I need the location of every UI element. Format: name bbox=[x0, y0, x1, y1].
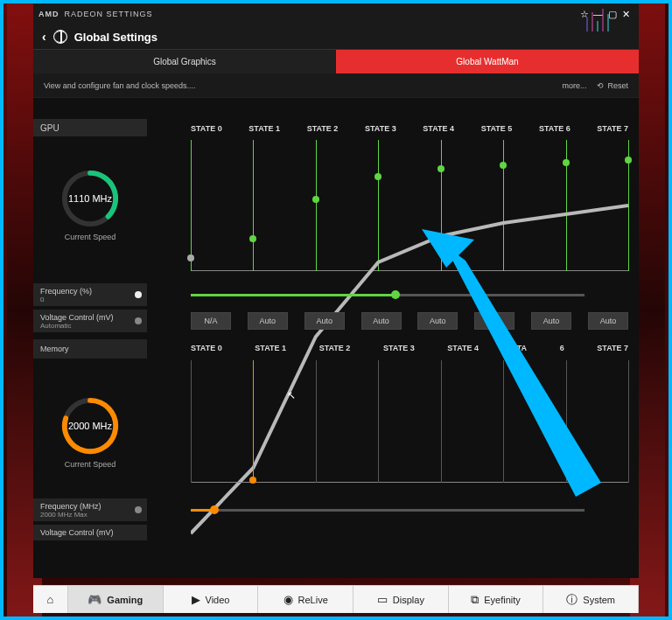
voltage-state-5[interactable] bbox=[474, 312, 514, 330]
tab-global-graphics[interactable]: Global Graphics bbox=[33, 49, 336, 73]
voltage-state-1[interactable]: Auto bbox=[248, 312, 288, 330]
nav-system[interactable]: ⓘ System bbox=[543, 586, 639, 613]
home-icon: ⌂ bbox=[47, 593, 54, 606]
reset-label: Reset bbox=[607, 81, 628, 90]
nav-home[interactable]: ⌂ bbox=[33, 586, 68, 613]
record-icon: ◉ bbox=[284, 593, 293, 606]
close-button[interactable]: ✕ bbox=[620, 9, 634, 20]
toggle-dot[interactable] bbox=[135, 317, 142, 324]
gpu-voltage-row[interactable]: Voltage Control (mV) Automatic bbox=[33, 310, 147, 332]
gpu-voltage-buttons: N/A Auto Auto Auto Auto Auto Auto bbox=[191, 312, 628, 330]
gpu-clock-graph[interactable] bbox=[191, 140, 628, 271]
nav-gaming[interactable]: 🎮 Gaming bbox=[68, 586, 164, 613]
globe-icon bbox=[53, 30, 67, 44]
cursor-icon: ↖ bbox=[287, 389, 296, 401]
eyefinity-icon: ⧉ bbox=[471, 593, 479, 607]
hint-text: View and configure fan and clock speeds.… bbox=[44, 81, 195, 90]
voltage-state-4[interactable]: Auto bbox=[417, 312, 458, 330]
voltage-state-2[interactable]: Auto bbox=[304, 312, 345, 330]
gpu-frequency-slider[interactable] bbox=[147, 285, 628, 304]
back-button[interactable]: ‹ bbox=[42, 30, 46, 44]
memory-frequency-slider[interactable] bbox=[147, 500, 628, 519]
voltage-state-0[interactable]: N/A bbox=[191, 312, 231, 330]
memory-section-label: Memory bbox=[33, 339, 147, 359]
display-icon: ▭ bbox=[377, 593, 388, 606]
gpu-gauge: 1110 MHz Current Speed bbox=[49, 168, 131, 241]
bottom-nav: ⌂ 🎮 Gaming ▶ Video ◉ ReLive ▭ Display ⧉ … bbox=[33, 585, 639, 613]
play-icon: ▶ bbox=[192, 593, 200, 606]
more-link[interactable]: more... bbox=[562, 81, 586, 90]
wattman-tabs: Global Graphics Global WattMan bbox=[33, 49, 639, 73]
page-title: Global Settings bbox=[74, 31, 158, 44]
voltage-state-3[interactable]: Auto bbox=[361, 312, 402, 330]
reset-button[interactable]: ⟲ Reset bbox=[597, 81, 628, 90]
nav-relive[interactable]: ◉ ReLive bbox=[258, 586, 354, 613]
memory-state-headers: STATE 0STATE 1 STATE 2STATE 3 STATE 4STA… bbox=[191, 344, 628, 352]
nav-display[interactable]: ▭ Display bbox=[354, 586, 449, 613]
reset-icon: ⟲ bbox=[597, 81, 604, 90]
info-bar: View and configure fan and clock speeds.… bbox=[33, 73, 639, 98]
app-window: AMD RADEON SETTINGS ☆ — ▢ ✕ ‹ Global Set… bbox=[33, 3, 639, 578]
toggle-dot[interactable] bbox=[135, 291, 142, 298]
nav-video[interactable]: ▶ Video bbox=[164, 586, 259, 613]
histogram-icon bbox=[583, 7, 621, 31]
toggle-dot[interactable] bbox=[135, 506, 142, 513]
voltage-state-7[interactable]: Auto bbox=[588, 312, 628, 330]
tab-global-wattman[interactable]: Global WattMan bbox=[336, 49, 639, 73]
page-header: ‹ Global Settings bbox=[33, 24, 639, 49]
gamepad-icon: 🎮 bbox=[88, 593, 102, 606]
memory-voltage-row[interactable]: Voltage Control (mV) bbox=[33, 525, 147, 540]
product-name: RADEON SETTINGS bbox=[65, 10, 153, 18]
titlebar: AMD RADEON SETTINGS ☆ — ▢ ✕ bbox=[33, 3, 639, 24]
memory-frequency-row[interactable]: Frequency (MHz) 2000 MHz Max bbox=[33, 498, 147, 521]
memory-gauge-caption: Current Speed bbox=[49, 460, 131, 469]
gpu-section-label: GPU bbox=[33, 119, 147, 136]
gpu-state-headers: STATE 0STATE 1 STATE 2STATE 3 STATE 4STA… bbox=[191, 124, 628, 133]
gpu-clock-value: 1110 MHz bbox=[60, 168, 121, 229]
nav-eyefinity[interactable]: ⧉ Eyefinity bbox=[449, 586, 544, 613]
brand-logo: AMD bbox=[38, 10, 60, 18]
memory-clock-value: 2000 MHz bbox=[60, 395, 121, 456]
memory-clock-graph[interactable] bbox=[191, 360, 628, 483]
voltage-state-6[interactable]: Auto bbox=[531, 312, 571, 330]
memory-gauge: 2000 MHz Current Speed bbox=[49, 395, 131, 469]
gpu-frequency-pct-row[interactable]: Frequency (%) 0 bbox=[33, 283, 147, 306]
gpu-gauge-caption: Current Speed bbox=[49, 233, 131, 241]
main-panel: GPU STATE 0STATE 1 STATE 2STATE 3 STATE … bbox=[33, 98, 639, 578]
info-icon: ⓘ bbox=[566, 592, 578, 608]
